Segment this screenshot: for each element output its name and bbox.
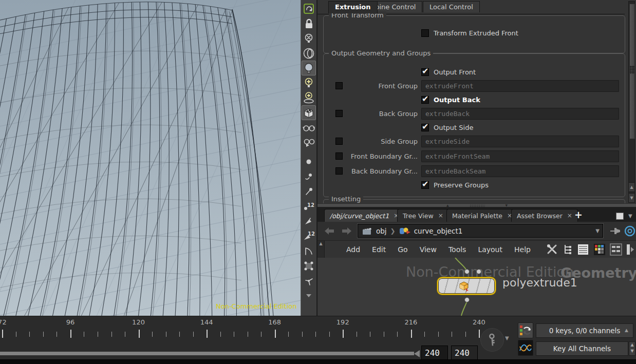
front-boundary-field[interactable] [421,150,619,162]
pane-menu-icon[interactable]: ▼ [628,213,632,219]
key-options-icon[interactable]: ▼ [505,335,509,341]
pane-splitter[interactable]: ▲ ▼ [317,203,636,207]
spin-up-icon[interactable]: ▲ [629,342,635,348]
menu-add[interactable]: Add [346,245,360,254]
tools-icon[interactable] [546,243,558,256]
high-quality-lighting-icon[interactable] [302,75,316,90]
path-node[interactable]: curve_object1 [414,227,463,235]
menu-layout[interactable]: Layout [478,245,502,254]
menu-help[interactable]: Help [514,245,531,254]
lock-icon[interactable] [302,16,316,31]
node-input-dot[interactable] [464,269,470,274]
side-group-toggle[interactable]: ✔ [335,138,343,145]
menu-view[interactable]: View [420,245,437,254]
no-lighting-icon[interactable] [302,31,316,46]
svg-text:12: 12 [307,202,314,208]
point-markers-icon[interactable] [302,169,316,184]
network-editor[interactable]: Non-Commercial Edition Geometry polyextr… [317,258,636,316]
toolbar-more-icon[interactable] [302,288,316,303]
menu-tools[interactable]: Tools [448,245,466,254]
scroll-up-button[interactable]: ▲ [628,182,635,192]
new-tab-button[interactable]: + [574,209,583,220]
frame-range-scrollbar[interactable] [0,352,414,355]
path-root[interactable]: obj [376,227,387,235]
node-label[interactable]: polyextrude1 [502,276,577,289]
color-palette-icon[interactable] [593,243,606,256]
pane-tab-network[interactable]: /obj/curve_object1 × [324,209,404,222]
polyextrude-node[interactable] [437,277,496,295]
points-display-icon[interactable] [302,154,316,169]
lighting-shadows-icon[interactable] [302,90,316,105]
motion-fx-button[interactable] [518,340,533,356]
network-overview-icon[interactable] [610,243,622,256]
scroll-down-button[interactable]: ▼ [628,193,635,203]
point-numbers-icon[interactable]: 12 [302,199,316,214]
tab-local-control[interactable]: Local Control [423,1,480,12]
material-shading-icon[interactable] [302,105,316,120]
front-group-toggle[interactable]: ✔ [335,82,343,89]
pane-tab-asset-browser[interactable]: Asset Browser × [511,209,578,222]
smooth-shaded-icon[interactable] [302,120,316,135]
path-dropdown-icon[interactable]: ▼ [595,228,600,234]
pane-tab-material-palette[interactable]: Material Palette × [446,209,518,222]
frame-tick-major [411,330,412,338]
keys-summary-field[interactable]: 0 keys, 0/0 channels [536,323,633,338]
menu-go[interactable]: Go [398,245,407,254]
node-input-dot[interactable] [476,269,481,274]
output-side-checkbox[interactable]: ✔ [421,124,429,131]
scrollbar-thumb[interactable] [629,4,635,139]
preserve-groups-checkbox[interactable]: ✔ [421,181,429,189]
back-group-toggle[interactable]: ✔ [335,110,343,117]
menubar-scroll[interactable]: ▲ [317,241,325,258]
auto-key-button[interactable] [518,322,533,338]
tab-extrusion[interactable]: Extrusion [328,1,378,13]
keys-expand-icon[interactable]: ▲ [625,328,628,333]
prim-numbers-icon[interactable]: 12 [302,228,316,243]
close-icon[interactable]: × [438,212,443,219]
normals-display-icon[interactable] [302,273,316,288]
pane-tab-tree-view[interactable]: Tree View × [397,209,449,222]
group-title: Insetting [329,195,363,203]
end-frame-field[interactable] [451,346,478,360]
point-normals-icon[interactable] [302,184,316,199]
frame-tick-minor [16,332,16,337]
back-group-field[interactable] [421,108,619,120]
menu-edit[interactable]: Edit [372,245,386,254]
side-group-field[interactable] [421,136,619,147]
scene-viewport[interactable]: Non-Commercial Edition [0,0,301,316]
overflow-icon[interactable] [626,243,634,256]
shaded-wire-icon[interactable] [302,135,316,150]
current-frame-field[interactable] [421,346,448,360]
transform-extruded-front-checkbox[interactable]: ✔ [421,29,429,37]
back-icon[interactable] [324,227,335,235]
front-boundary-toggle[interactable]: ✔ [335,152,343,160]
group-display-icon[interactable] [302,258,316,273]
pane-maximize-icon[interactable] [616,213,624,220]
radial-menu-icon[interactable] [624,225,636,237]
key-mode-spinner[interactable]: ▲▼ [629,341,635,356]
tree-view-icon[interactable] [563,243,573,256]
check-icon: ✔ [422,94,428,104]
node-output-dot[interactable] [464,297,470,302]
hull-display-icon[interactable] [302,243,316,258]
svg-text:12: 12 [308,231,315,237]
list-mode-icon[interactable] [577,243,589,256]
close-icon[interactable]: × [567,212,572,219]
back-boundary-toggle[interactable]: ✔ [335,167,343,175]
back-boundary-field[interactable] [421,165,619,177]
key-mode-dropdown[interactable]: Key All Channels [536,341,628,356]
normal-lighting-icon[interactable] [302,61,316,75]
output-front-checkbox[interactable]: ✔ [421,68,429,76]
view-tool-icon[interactable] [302,1,316,16]
forward-icon[interactable] [341,227,352,235]
spin-down-icon[interactable]: ▼ [629,348,635,354]
output-back-checkbox[interactable]: ✔ [421,96,429,104]
parameter-scrollbar[interactable] [628,1,635,203]
headlight-icon[interactable] [302,46,316,61]
front-group-field[interactable] [421,80,619,92]
prim-normals-icon[interactable] [302,214,316,228]
viewport-canvas[interactable] [0,0,301,316]
node-path-field[interactable]: obj ❯ curve_object1 ▼ [358,224,603,238]
set-key-button[interactable] [480,328,504,352]
pin-icon[interactable] [609,226,622,236]
